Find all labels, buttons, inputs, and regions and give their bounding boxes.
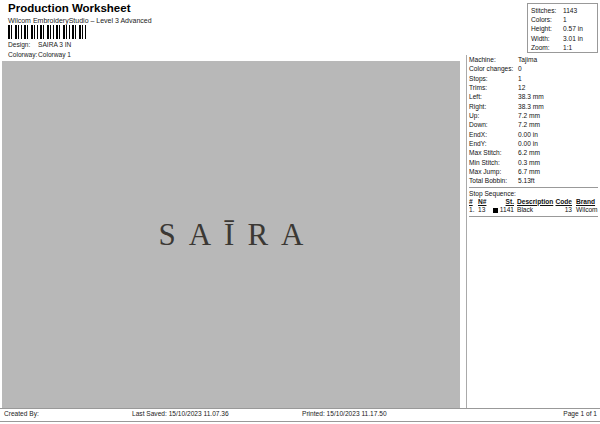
summary-value: 1143 xyxy=(563,6,577,15)
info-value: 6.7 mm xyxy=(518,167,540,176)
design-value: SAIRA 3 IN xyxy=(38,41,71,48)
info-value: 38.3 mm xyxy=(518,92,544,101)
info-label: Total Bobbin: xyxy=(469,176,518,185)
stop-sequence-data-row: 1. 13 1141 Black 13 Wilcom xyxy=(469,206,598,215)
summary-label: Stitches: xyxy=(531,6,563,15)
machine-info-row: Right:38.3 mm xyxy=(469,102,598,111)
machine-info-row: EndY:0.00 in xyxy=(469,139,598,148)
footer-bar: Created By: Last Saved: 15/10/2023 11.07… xyxy=(0,410,600,421)
info-value: 12 xyxy=(518,83,525,92)
summary-value: 0.57 in xyxy=(563,24,583,33)
printed-text: Printed: 15/10/2023 11.17.50 xyxy=(302,410,387,417)
summary-row: Colors:1 xyxy=(531,15,597,24)
info-label: Machine: xyxy=(469,55,518,64)
col-header-code: Code xyxy=(555,198,572,207)
stop-needle: 13 xyxy=(478,206,493,215)
page-number: Page 1 of 1 xyxy=(563,410,597,417)
info-label: EndX: xyxy=(469,130,518,139)
col-header-needle: N# xyxy=(478,198,493,207)
summary-label: Height: xyxy=(531,24,563,33)
info-value: 0.00 in xyxy=(518,139,538,148)
machine-info-row: Trims:12 xyxy=(469,83,598,92)
summary-value: 1 xyxy=(563,15,567,24)
info-label: Down: xyxy=(469,120,518,129)
summary-label: Zoom: xyxy=(531,43,563,52)
colorway-row: Colorway:Colorway 1 xyxy=(8,51,71,58)
colorway-label: Colorway: xyxy=(8,51,38,58)
machine-info-row: Down:7.2 mm xyxy=(469,120,598,129)
summary-label: Width: xyxy=(531,34,563,43)
info-value: 7.2 mm xyxy=(518,111,540,120)
summary-row: Zoom:1:1 xyxy=(531,43,597,52)
info-value: Tajima xyxy=(518,55,537,64)
stop-sequence-header-row: # N# St. Description Code Brand xyxy=(469,198,598,207)
machine-info-row: Machine:Tajima xyxy=(469,55,598,64)
design-name-row: Design:SAIRA 3 IN xyxy=(8,41,71,48)
info-value: 0 xyxy=(518,64,522,73)
info-label: Left: xyxy=(469,92,518,101)
info-label: Max Jump: xyxy=(469,167,518,176)
info-label: Trims: xyxy=(469,83,518,92)
summary-row: Height:0.57 in xyxy=(531,24,597,33)
machine-info-row: Color changes:0 xyxy=(469,64,598,73)
info-label: Right: xyxy=(469,102,518,111)
summary-row: Stitches:1143 xyxy=(531,6,597,15)
info-label: EndY: xyxy=(469,139,518,148)
col-header-stitches: St. xyxy=(492,198,514,207)
thread-code: 13 xyxy=(555,206,572,215)
footer-bottom-rule xyxy=(0,421,600,422)
stop-stitches: 1141 xyxy=(492,206,514,215)
col-header-num: # xyxy=(469,198,478,207)
design-label: Design: xyxy=(8,41,38,48)
machine-info-row: Up:7.2 mm xyxy=(469,111,598,120)
machine-info-row: Stops:1 xyxy=(469,74,598,83)
thread-brand: Wilcom xyxy=(576,206,600,215)
colorway-value: Colorway 1 xyxy=(38,51,71,58)
footer-top-rule xyxy=(0,408,600,409)
col-header-brand: Brand xyxy=(576,198,600,207)
machine-info-row: EndX:0.00 in xyxy=(469,130,598,139)
info-label: Up: xyxy=(469,111,518,120)
section-divider xyxy=(469,187,598,188)
summary-label: Colors: xyxy=(531,15,563,24)
production-worksheet-page: Production Worksheet Wilcom EmbroiderySt… xyxy=(0,0,600,424)
machine-info-row: Max Jump:6.7 mm xyxy=(469,167,598,176)
info-value: 7.2 mm xyxy=(518,120,540,129)
thread-description: Black xyxy=(517,206,555,215)
info-label: Color changes: xyxy=(469,64,518,73)
info-value: 38.3 mm xyxy=(518,102,544,111)
info-value: 1 xyxy=(518,74,522,83)
stitch-count: 1141 xyxy=(500,206,514,213)
machine-info-row: Left:38.3 mm xyxy=(469,92,598,101)
summary-value: 3.01 in xyxy=(563,34,583,43)
info-label: Stops: xyxy=(469,74,518,83)
info-label: Max Stitch: xyxy=(469,148,518,157)
info-value: 0.00 in xyxy=(518,130,538,139)
machine-info-row: Min Stitch:0.3 mm xyxy=(469,158,598,167)
embroidery-design-text: SAĪRA xyxy=(145,217,316,253)
info-value: 0.3 mm xyxy=(518,158,540,167)
col-header-description: Description xyxy=(517,198,555,207)
page-title: Production Worksheet xyxy=(8,2,130,14)
summary-row: Width:3.01 in xyxy=(531,34,597,43)
machine-info-panel: Machine:Tajima Color changes:0 Stops:1 T… xyxy=(469,55,598,217)
design-preview-canvas: SAĪRA xyxy=(2,61,460,408)
machine-info-row: Total Bobbin:5.13ft xyxy=(469,176,598,185)
stop-sequence-title: Stop Sequence: xyxy=(469,189,598,198)
design-summary-box: Stitches:1143 Colors:1 Height:0.57 in Wi… xyxy=(527,3,598,53)
table-bottom-rule xyxy=(469,216,598,217)
created-by-label: Created By: xyxy=(4,410,39,417)
last-saved-text: Last Saved: 15/10/2023 11.07.36 xyxy=(132,410,229,417)
stop-num: 1. xyxy=(469,206,478,215)
app-subtitle: Wilcom EmbroideryStudio – Level 3 Advanc… xyxy=(8,17,152,24)
machine-info-row: Max Stitch:6.2 mm xyxy=(469,148,598,157)
info-value: 5.13ft xyxy=(518,176,535,185)
info-label: Min Stitch: xyxy=(469,158,518,167)
summary-value: 1:1 xyxy=(563,43,572,52)
info-value: 6.2 mm xyxy=(518,148,540,157)
barcode-icon xyxy=(8,25,88,39)
thread-color-swatch xyxy=(493,208,498,213)
info-column-divider xyxy=(466,55,467,408)
